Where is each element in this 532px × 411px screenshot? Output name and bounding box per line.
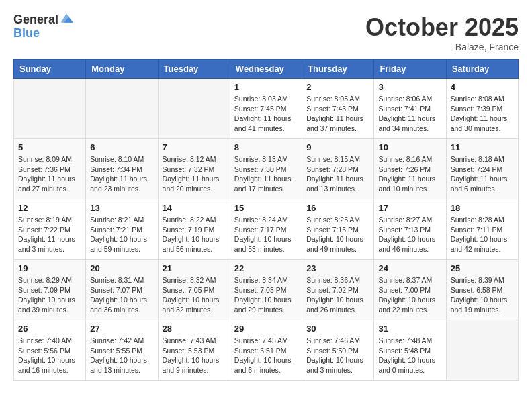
calendar-cell: 26Sunrise: 7:40 AMSunset: 5:56 PMDayligh… xyxy=(14,320,86,381)
day-number: 6 xyxy=(90,142,153,152)
calendar-week-row: 5Sunrise: 8:09 AMSunset: 7:36 PMDaylight… xyxy=(14,139,519,199)
day-number: 28 xyxy=(163,324,226,334)
calendar-cell: 17Sunrise: 8:27 AMSunset: 7:13 PMDayligh… xyxy=(374,199,446,260)
calendar-cell: 29Sunrise: 7:45 AMSunset: 5:51 PMDayligh… xyxy=(230,320,302,381)
logo-blue: Blue xyxy=(13,27,73,40)
day-info: Sunrise: 8:37 AMSunset: 7:00 PMDaylight:… xyxy=(378,275,441,315)
day-info: Sunrise: 7:42 AMSunset: 5:55 PMDaylight:… xyxy=(90,336,153,375)
day-info: Sunrise: 8:09 AMSunset: 7:36 PMDaylight:… xyxy=(18,154,81,194)
calendar-cell: 10Sunrise: 8:16 AMSunset: 7:26 PMDayligh… xyxy=(374,139,446,199)
day-number: 8 xyxy=(234,142,298,152)
calendar-week-row: 19Sunrise: 8:29 AMSunset: 7:09 PMDayligh… xyxy=(14,260,519,320)
day-number: 7 xyxy=(163,142,226,152)
weekday-header: Tuesday xyxy=(158,60,230,79)
calendar-cell: 12Sunrise: 8:19 AMSunset: 7:22 PMDayligh… xyxy=(14,199,86,260)
day-number: 5 xyxy=(18,142,81,152)
day-number: 1 xyxy=(234,82,298,92)
calendar-cell: 18Sunrise: 8:28 AMSunset: 7:11 PMDayligh… xyxy=(446,199,518,260)
calendar-cell xyxy=(158,79,230,139)
day-number: 14 xyxy=(163,203,226,213)
day-info: Sunrise: 8:05 AMSunset: 7:43 PMDaylight:… xyxy=(306,94,369,134)
calendar-cell: 15Sunrise: 8:24 AMSunset: 7:17 PMDayligh… xyxy=(230,199,302,260)
calendar-cell: 9Sunrise: 8:15 AMSunset: 7:28 PMDaylight… xyxy=(302,139,374,199)
day-number: 18 xyxy=(451,203,514,213)
day-info: Sunrise: 8:25 AMSunset: 7:15 PMDaylight:… xyxy=(306,215,369,255)
calendar-cell: 21Sunrise: 8:32 AMSunset: 7:05 PMDayligh… xyxy=(158,260,230,320)
day-number: 26 xyxy=(18,324,81,334)
calendar-cell: 14Sunrise: 8:22 AMSunset: 7:19 PMDayligh… xyxy=(158,199,230,260)
calendar-body: 1Sunrise: 8:03 AMSunset: 7:45 PMDaylight… xyxy=(14,79,519,381)
calendar-cell: 24Sunrise: 8:37 AMSunset: 7:00 PMDayligh… xyxy=(374,260,446,320)
day-info: Sunrise: 8:28 AMSunset: 7:11 PMDaylight:… xyxy=(451,215,514,255)
month-title: October 2025 xyxy=(365,13,519,42)
calendar-cell: 25Sunrise: 8:39 AMSunset: 6:58 PMDayligh… xyxy=(446,260,518,320)
day-number: 10 xyxy=(378,142,441,152)
day-number: 11 xyxy=(451,142,514,152)
day-info: Sunrise: 8:24 AMSunset: 7:17 PMDaylight:… xyxy=(234,215,298,255)
calendar-cell: 6Sunrise: 8:10 AMSunset: 7:34 PMDaylight… xyxy=(86,139,158,199)
calendar-cell: 23Sunrise: 8:36 AMSunset: 7:02 PMDayligh… xyxy=(302,260,374,320)
calendar-cell: 3Sunrise: 8:06 AMSunset: 7:41 PMDaylight… xyxy=(374,79,446,139)
day-info: Sunrise: 8:36 AMSunset: 7:02 PMDaylight:… xyxy=(306,275,369,315)
calendar-cell: 4Sunrise: 8:08 AMSunset: 7:39 PMDaylight… xyxy=(446,79,518,139)
calendar-cell: 5Sunrise: 8:09 AMSunset: 7:36 PMDaylight… xyxy=(14,139,86,199)
day-info: Sunrise: 7:48 AMSunset: 5:48 PMDaylight:… xyxy=(378,336,441,375)
day-info: Sunrise: 8:08 AMSunset: 7:39 PMDaylight:… xyxy=(451,94,514,134)
calendar-cell: 16Sunrise: 8:25 AMSunset: 7:15 PMDayligh… xyxy=(302,199,374,260)
calendar-cell: 2Sunrise: 8:05 AMSunset: 7:43 PMDaylight… xyxy=(302,79,374,139)
weekday-header: Monday xyxy=(86,60,158,79)
logo-icon xyxy=(60,11,73,25)
day-number: 2 xyxy=(306,82,369,92)
day-info: Sunrise: 8:32 AMSunset: 7:05 PMDaylight:… xyxy=(163,275,226,315)
day-number: 19 xyxy=(18,263,81,273)
day-number: 13 xyxy=(90,203,153,213)
day-info: Sunrise: 7:43 AMSunset: 5:53 PMDaylight:… xyxy=(163,336,226,375)
calendar-week-row: 12Sunrise: 8:19 AMSunset: 7:22 PMDayligh… xyxy=(14,199,519,260)
day-info: Sunrise: 8:15 AMSunset: 7:28 PMDaylight:… xyxy=(306,154,369,194)
day-info: Sunrise: 8:34 AMSunset: 7:03 PMDaylight:… xyxy=(234,275,298,315)
calendar-cell: 30Sunrise: 7:46 AMSunset: 5:50 PMDayligh… xyxy=(302,320,374,381)
day-info: Sunrise: 8:22 AMSunset: 7:19 PMDaylight:… xyxy=(163,215,226,255)
day-info: Sunrise: 8:12 AMSunset: 7:32 PMDaylight:… xyxy=(163,154,226,194)
day-number: 21 xyxy=(163,263,226,273)
day-number: 16 xyxy=(306,203,369,213)
weekday-header: Friday xyxy=(374,60,446,79)
calendar-week-row: 26Sunrise: 7:40 AMSunset: 5:56 PMDayligh… xyxy=(14,320,519,381)
day-number: 4 xyxy=(451,82,514,92)
day-info: Sunrise: 8:31 AMSunset: 7:07 PMDaylight:… xyxy=(90,275,153,315)
day-info: Sunrise: 8:13 AMSunset: 7:30 PMDaylight:… xyxy=(234,154,298,194)
day-number: 17 xyxy=(378,203,441,213)
day-number: 9 xyxy=(306,142,369,152)
calendar-cell: 13Sunrise: 8:21 AMSunset: 7:21 PMDayligh… xyxy=(86,199,158,260)
logo-general: General xyxy=(13,13,58,27)
location-subtitle: Balaze, France xyxy=(365,42,519,52)
calendar-cell: 1Sunrise: 8:03 AMSunset: 7:45 PMDaylight… xyxy=(230,79,302,139)
day-number: 12 xyxy=(18,203,81,213)
day-info: Sunrise: 8:21 AMSunset: 7:21 PMDaylight:… xyxy=(90,215,153,255)
day-number: 20 xyxy=(90,263,153,273)
day-number: 31 xyxy=(378,324,441,334)
day-info: Sunrise: 7:46 AMSunset: 5:50 PMDaylight:… xyxy=(306,336,369,375)
calendar-cell: 31Sunrise: 7:48 AMSunset: 5:48 PMDayligh… xyxy=(374,320,446,381)
calendar-cell: 8Sunrise: 8:13 AMSunset: 7:30 PMDaylight… xyxy=(230,139,302,199)
day-number: 24 xyxy=(378,263,441,273)
day-info: Sunrise: 8:03 AMSunset: 7:45 PMDaylight:… xyxy=(234,94,298,134)
calendar-cell: 19Sunrise: 8:29 AMSunset: 7:09 PMDayligh… xyxy=(14,260,86,320)
weekday-header: Saturday xyxy=(446,60,518,79)
calendar-table: SundayMondayTuesdayWednesdayThursdayFrid… xyxy=(13,59,519,381)
day-info: Sunrise: 8:16 AMSunset: 7:26 PMDaylight:… xyxy=(378,154,441,194)
weekday-header: Wednesday xyxy=(230,60,302,79)
day-info: Sunrise: 7:40 AMSunset: 5:56 PMDaylight:… xyxy=(18,336,81,375)
title-block: October 2025 Balaze, France xyxy=(365,13,519,52)
day-info: Sunrise: 8:18 AMSunset: 7:24 PMDaylight:… xyxy=(451,154,514,194)
weekday-header: Sunday xyxy=(14,60,86,79)
calendar-cell: 28Sunrise: 7:43 AMSunset: 5:53 PMDayligh… xyxy=(158,320,230,381)
day-info: Sunrise: 8:19 AMSunset: 7:22 PMDaylight:… xyxy=(18,215,81,255)
day-number: 30 xyxy=(306,324,369,334)
day-number: 15 xyxy=(234,203,298,213)
day-info: Sunrise: 8:39 AMSunset: 6:58 PMDaylight:… xyxy=(451,275,514,315)
calendar-cell: 22Sunrise: 8:34 AMSunset: 7:03 PMDayligh… xyxy=(230,260,302,320)
day-info: Sunrise: 7:45 AMSunset: 5:51 PMDaylight:… xyxy=(234,336,298,375)
calendar-cell: 7Sunrise: 8:12 AMSunset: 7:32 PMDaylight… xyxy=(158,139,230,199)
calendar-cell xyxy=(86,79,158,139)
